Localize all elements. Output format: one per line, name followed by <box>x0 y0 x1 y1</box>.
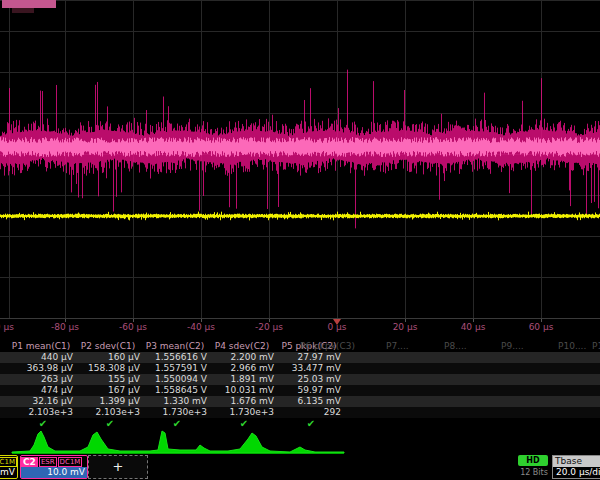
measurement-value: 1.676 mV <box>211 396 274 407</box>
c2-esr-badge: ESR <box>39 457 57 467</box>
measurement-histicons[interactable] <box>0 430 350 455</box>
measurement-value: 1.558645 V <box>144 385 207 396</box>
time-axis-label: -60 µs <box>109 322 157 332</box>
timebase-descriptor[interactable]: Tbase 20.0 µs/div <box>552 455 600 479</box>
add-trace-button[interactable]: + <box>88 455 148 479</box>
measurement-header-unused[interactable]: P8.... <box>444 341 504 352</box>
measurement-header-unused[interactable]: P9.... <box>501 341 561 352</box>
measurement-value: 32.16 µV <box>10 396 73 407</box>
measurement-header-unused[interactable]: P7.... <box>386 341 446 352</box>
measurement-status-check: ✔ <box>171 418 183 429</box>
measurement-value: 1.557591 V <box>144 363 207 374</box>
measurement-value: 2.103e+3 <box>10 407 73 418</box>
measurement-value: 2.103e+3 <box>77 407 140 418</box>
channel-descriptor-c1[interactable]: DC1M 0 mV <box>0 455 18 479</box>
time-axis-label: 60 µs <box>517 322 565 332</box>
measurement-value: 2.966 mV <box>211 363 274 374</box>
time-axis-label: 20 µs <box>381 322 429 332</box>
c2-coupling-badge: DC1M <box>58 457 83 467</box>
hd-bits-label: 12 Bits <box>516 468 552 477</box>
waveform-traces <box>0 0 600 318</box>
measurement-value: 2.200 mV <box>211 352 274 363</box>
measurement-value: 6.135 mV <box>278 396 341 407</box>
measurement-status-check: ✔ <box>238 418 250 429</box>
measurement-value: 158.308 µV <box>77 363 140 374</box>
measurement-value: 27.97 mV <box>278 352 341 363</box>
measurement-value: 160 µV <box>77 352 140 363</box>
measurement-status-check: ✔ <box>305 418 317 429</box>
measurement-header-unused[interactable]: P6 pkpk(C3) <box>300 341 360 352</box>
measurement-value: 1.399 µV <box>77 396 140 407</box>
time-axis-label: -40 µs <box>177 322 225 332</box>
measurement-value: 1.330 mV <box>144 396 207 407</box>
measurement-value: 10.031 mV <box>211 385 274 396</box>
measurement-value: 1.550094 V <box>144 374 207 385</box>
oscilloscope-screen: -100 µs-80 µs-60 µs-40 µs-20 µs0 µs20 µs… <box>0 0 600 480</box>
c2-label-chip: C2 <box>21 457 38 467</box>
c2-vdiv-value: 10.0 mV <box>21 467 87 478</box>
measurement-status-check: ✔ <box>37 418 49 429</box>
measurement-value: 1.556616 V <box>144 352 207 363</box>
measurement-header[interactable]: P4 sdev(C2) <box>207 341 277 352</box>
measurement-value: 25.03 mV <box>278 374 341 385</box>
time-axis-label: -20 µs <box>245 322 293 332</box>
time-axis-label: 40 µs <box>449 322 497 332</box>
time-axis-label: -80 µs <box>41 322 89 332</box>
c1-vdiv-value: 0 mV <box>0 467 17 478</box>
measurement-value: 474 µV <box>10 385 73 396</box>
measurement-value: 363.98 µV <box>10 363 73 374</box>
measurement-value: 33.477 mV <box>278 363 341 374</box>
pink-label-fragment <box>2 0 56 8</box>
measurement-value: 1.891 mV <box>211 374 274 385</box>
measurement-header-unused[interactable]: P11.... <box>592 341 600 352</box>
hd-mode-badge[interactable]: HD <box>518 455 548 466</box>
channel-descriptor-c2[interactable]: C2 ESR DC1M 10.0 mV <box>20 455 88 479</box>
measurement-value: 59.97 mV <box>278 385 341 396</box>
time-axis: -100 µs-80 µs-60 µs-40 µs-20 µs0 µs20 µs… <box>0 319 600 336</box>
c1-coupling-badge: DC1M <box>0 457 17 467</box>
measurement-value: 263 µV <box>10 374 73 385</box>
measurement-value: 155 µV <box>77 374 140 385</box>
histicon-shapes <box>12 431 344 453</box>
measurement-header[interactable]: P1 mean(C1) <box>6 341 76 352</box>
measurement-value: 1.730e+3 <box>144 407 207 418</box>
measurement-status-check: ✔ <box>104 418 116 429</box>
time-axis-label: -100 µs <box>0 322 21 332</box>
measurement-value: 440 µV <box>10 352 73 363</box>
trigger-position-marker <box>333 319 341 325</box>
timebase-value: 20.0 µs/div <box>553 467 600 478</box>
measurement-header[interactable]: P2 sdev(C1) <box>73 341 143 352</box>
timebase-title: Tbase <box>553 456 600 467</box>
measurement-table: P1 mean(C1)440 µV363.98 µV263 µV474 µV32… <box>0 340 600 432</box>
cropped-label-fragment <box>2 0 56 13</box>
measurement-value: 167 µV <box>77 385 140 396</box>
dark-label-fragment <box>12 8 34 13</box>
measurement-value: 292 <box>278 407 341 418</box>
measurement-header[interactable]: P3 mean(C2) <box>140 341 210 352</box>
measurement-value: 1.730e+3 <box>211 407 274 418</box>
